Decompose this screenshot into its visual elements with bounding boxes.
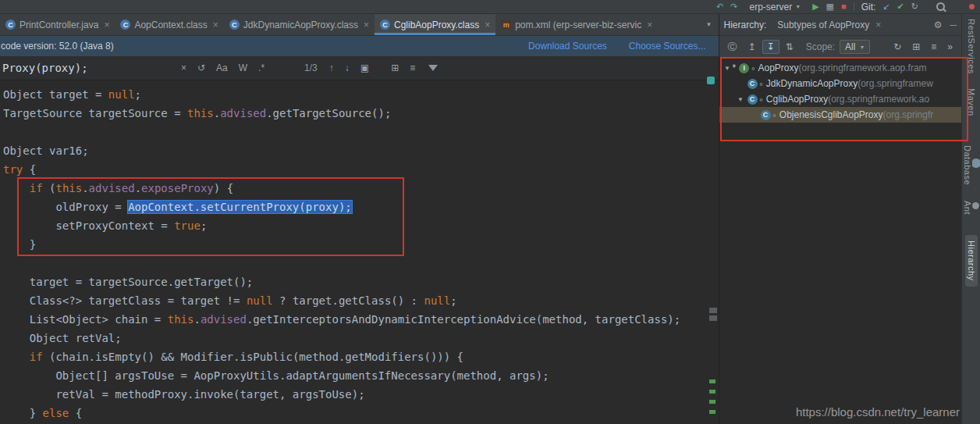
gear-icon[interactable]: ⚙ xyxy=(934,20,943,30)
stripe-button-ant[interactable]: Ant xyxy=(963,201,979,215)
open-in-find-window-icon[interactable]: ⊞ xyxy=(391,62,399,73)
stripe-label: Ant xyxy=(963,201,972,215)
code-line[interactable]: oldProxy = AopContext.setCurrentProxy(pr… xyxy=(3,198,708,216)
stripe-button-maven[interactable]: Maven xyxy=(967,88,976,116)
code-token: { xyxy=(30,163,36,176)
code-line[interactable]: List<Object> chain = this.advised.getInt… xyxy=(3,310,708,329)
expand-all-icon[interactable]: ⊞ xyxy=(907,40,925,54)
stop-button[interactable]: ■ xyxy=(841,0,847,13)
chevron-down-icon[interactable]: ▼ xyxy=(736,96,746,103)
close-icon[interactable]: × xyxy=(181,62,186,73)
search-everywhere-icon[interactable] xyxy=(936,2,945,11)
tab-label: PrintController.java xyxy=(20,20,98,30)
git-update-icon[interactable]: ↙ xyxy=(882,0,889,13)
editor-tab[interactable]: CPrintController.java× xyxy=(0,14,115,35)
download-sources-link[interactable]: Download Sources xyxy=(528,41,607,52)
notification-message: code version: 52.0 (Java 8) xyxy=(1,41,114,52)
chevron-down-icon[interactable]: ▼ xyxy=(723,65,733,72)
tree-node[interactable]: ▼*I∘AopProxy (org.springframework.aop.fr… xyxy=(719,60,962,76)
run-configuration-dropdown[interactable]: erp-server ▼ xyxy=(745,2,806,12)
refresh-icon[interactable]: ↻ xyxy=(889,40,906,54)
hidden-tabs-dropdown-icon[interactable]: ▼ xyxy=(700,21,719,28)
close-icon[interactable]: × xyxy=(104,20,109,30)
navigate-forward-icon[interactable]: ↷ xyxy=(730,0,737,13)
code-line[interactable]: Object retVal; xyxy=(3,329,708,347)
code-line[interactable]: try { xyxy=(3,160,708,179)
visibility-icon: ∘ xyxy=(772,111,777,119)
tree-node[interactable]: C∘ObjenesisCglibAopProxy (org.springfr xyxy=(719,107,962,123)
editor-tab[interactable]: CJdkDynamicAopProxy.class× xyxy=(224,14,375,35)
close-icon[interactable]: × xyxy=(647,20,652,30)
code-line[interactable]: Object var16; xyxy=(3,141,708,160)
scrollbar-thumb[interactable] xyxy=(709,315,717,321)
search-history-icon[interactable]: ↺ xyxy=(197,62,205,73)
code-line[interactable] xyxy=(3,254,708,273)
code-token: this xyxy=(187,107,214,119)
select-all-occurrences-icon[interactable]: ▣ xyxy=(360,62,369,73)
scrollbar-thumb[interactable] xyxy=(709,308,717,313)
hierarchy-tab[interactable]: Subtypes of AopProxy × xyxy=(777,20,881,30)
code-token xyxy=(3,182,30,194)
close-icon[interactable]: × xyxy=(875,20,881,30)
code-line[interactable]: Object target = null; xyxy=(3,85,708,104)
run-button[interactable]: ▶ xyxy=(812,0,818,13)
stripe-button-restservices[interactable]: RestServices xyxy=(967,19,976,74)
sort-alphabetically-icon[interactable]: ⇅ xyxy=(781,40,798,54)
coverage-icon[interactable]: ▦ xyxy=(826,0,834,13)
close-icon[interactable]: × xyxy=(213,20,218,30)
inspection-status-icon[interactable] xyxy=(707,77,715,84)
code-line[interactable]: Object[] argsToUse = AopProxyUtils.adapt… xyxy=(3,366,708,385)
filter-lines-icon[interactable]: ≡ xyxy=(410,62,415,73)
code-line[interactable]: } xyxy=(3,235,708,254)
code-line[interactable]: Class<?> targetClass = target != null ? … xyxy=(3,291,708,310)
notification-dot-icon[interactable] xyxy=(969,4,975,9)
scope-dropdown[interactable]: All ▼ xyxy=(840,40,870,54)
editor[interactable]: Object target = null;TargetSource target… xyxy=(0,80,719,424)
history-icon[interactable]: ↻ xyxy=(911,0,918,13)
regex-toggle[interactable]: .* xyxy=(258,62,265,73)
match-case-toggle[interactable]: Aa xyxy=(216,62,228,73)
choose-sources-link[interactable]: Choose Sources... xyxy=(629,41,706,52)
vcs-change-marker xyxy=(709,400,715,404)
stripe-label: Maven xyxy=(967,88,976,116)
tab-list: CPrintController.java×CAopContext.class×… xyxy=(0,14,658,35)
settings-menu-icon[interactable]: ≡ xyxy=(926,40,941,54)
tree-node[interactable]: C∘JdkDynamicAopProxy (org.springframew xyxy=(719,76,962,91)
editor-tab[interactable]: CCglibAopProxy.class× xyxy=(375,14,495,35)
editor-tab[interactable]: CAopContext.class× xyxy=(115,14,223,35)
stripe-button-database[interactable]: Database xyxy=(963,145,980,185)
stripe-button-hierarchy[interactable]: Hierarchy xyxy=(965,235,978,287)
class-hierarchy-icon[interactable]: Ⓒ xyxy=(723,39,742,55)
code-token: . xyxy=(135,182,141,194)
close-icon[interactable]: × xyxy=(364,20,369,30)
whole-words-toggle[interactable]: W xyxy=(239,62,247,73)
vcs-change-marker xyxy=(709,410,715,414)
hide-panel-icon[interactable]: ─ xyxy=(950,20,957,30)
supertypes-hierarchy-icon[interactable]: ↥ xyxy=(744,40,761,54)
next-match-icon[interactable]: ↓ xyxy=(345,62,350,73)
code-line[interactable]: if (this.advised.exposeProxy) { xyxy=(3,179,708,198)
filter-search-icon[interactable] xyxy=(428,65,438,71)
code-line[interactable]: } else { xyxy=(3,404,708,422)
navigate-back-icon[interactable]: ↶ xyxy=(716,0,723,13)
tree-node[interactable]: ▼C∘CglibAopProxy (org.springframework.ao xyxy=(719,91,962,107)
close-icon[interactable]: × xyxy=(485,20,490,30)
subtypes-hierarchy-icon[interactable]: ↧ xyxy=(762,40,779,54)
editor-tab[interactable]: mpom.xml (erp-server-biz-servic× xyxy=(495,14,658,35)
code-line[interactable] xyxy=(3,123,708,141)
search-input[interactable]: Proxy(proxy); xyxy=(0,62,176,74)
code-line[interactable]: TargetSource targetSource = this.advised… xyxy=(3,104,708,123)
code-line[interactable]: if (chain.isEmpty() && Modifier.isPublic… xyxy=(3,347,708,366)
code-token: ; xyxy=(450,294,456,307)
code-line[interactable]: target = targetSource.getTarget(); xyxy=(3,273,708,291)
stripe-label: Database xyxy=(963,145,972,185)
hierarchy-panel: Hierarchy: Subtypes of AopProxy × ⚙ ─ Ⓒ … xyxy=(719,14,962,424)
code-line[interactable]: retVal = methodProxy.invoke(target, args… xyxy=(3,385,708,404)
code-token: (chain.isEmpty() && Modifier.isPublic(me… xyxy=(49,351,463,363)
code-token: ) { xyxy=(214,182,233,194)
more-actions-icon[interactable]: » xyxy=(943,40,957,54)
git-commit-icon[interactable]: ✔ xyxy=(897,0,904,13)
code-line[interactable]: setProxyContext = true; xyxy=(3,216,708,235)
previous-match-icon[interactable]: ↑ xyxy=(329,62,334,73)
editor-scrollbar[interactable] xyxy=(708,80,719,424)
